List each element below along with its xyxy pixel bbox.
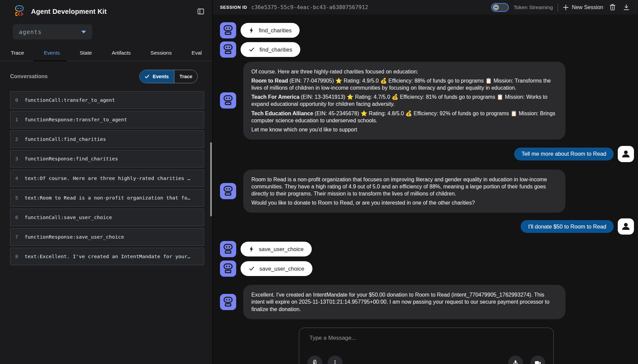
agent-message-bubble: Of course. Here are three highly-rated c… [243, 62, 565, 140]
agent-select-dropdown[interactable]: agents [13, 24, 92, 39]
video-camera-icon [534, 359, 542, 364]
event-index: 0 [15, 97, 21, 103]
message-paragraph: Of course. Here are three highly-rated c… [251, 68, 557, 75]
token-streaming-label: Token Streaming [514, 4, 553, 10]
tab-eval[interactable]: Eval [191, 47, 202, 59]
chevron-down-icon [81, 31, 86, 33]
charity-item: Room to Read (EIN: 77-0479905) ⭐ Rating:… [251, 77, 557, 91]
conversation-area: find_charities find_charities [213, 14, 638, 364]
tab-bar: Trace Events State Artifacts Sessions Ev… [0, 45, 213, 61]
message-paragraph: Excellent. I've created an IntentMandate… [251, 291, 557, 312]
event-index: 1 [15, 117, 21, 122]
app-title: Agent Development Kit [31, 8, 107, 16]
agent-select-value: agents [19, 29, 41, 35]
download-icon [622, 3, 630, 11]
agent-avatar [220, 92, 236, 109]
event-list-item[interactable]: 0functionCall:transfer_to_agent [10, 91, 204, 109]
header-divider [558, 3, 558, 11]
delete-session-button[interactable] [608, 3, 617, 12]
attach-file-button[interactable] [307, 356, 322, 364]
check-icon [249, 47, 255, 53]
toggle-trace-option[interactable]: Trace [174, 70, 197, 83]
token-streaming-toggle[interactable] [491, 3, 509, 12]
tab-sessions[interactable]: Sessions [150, 47, 172, 59]
tool-response-label: find_charities [259, 47, 292, 53]
tool-call-chip[interactable]: save_user_choice [241, 242, 312, 256]
sidebar: Agent Development Kit agents Trace Event… [0, 0, 213, 364]
tab-trace[interactable]: Trace [10, 47, 25, 59]
tool-response-chip[interactable]: save_user_choice [241, 261, 312, 276]
message-paragraph: Would you like to donate to Room to Read… [251, 199, 557, 206]
event-index: 6 [15, 215, 21, 220]
agent-message-row: Of course. Here are three highly-rated c… [220, 62, 634, 140]
minus-icon [495, 7, 498, 8]
event-label: functionResponse:transfer_to_agent [25, 117, 127, 122]
event-index: 2 [15, 136, 21, 142]
event-label: text:Room to Read is a non-profit organi… [25, 195, 190, 201]
toggle-events-option[interactable]: Events [140, 70, 174, 83]
event-label: functionCall:save_user_choice [25, 215, 112, 220]
user-message-row: I'll donate $50 to Room to Read [220, 218, 634, 235]
message-composer [299, 328, 554, 364]
event-index: 3 [15, 156, 21, 161]
agent-tool-call-row: find_charities [220, 22, 634, 38]
event-label: functionCall:transfer_to_agent [25, 97, 115, 103]
event-list-item[interactable]: 6functionCall:save_user_choice [10, 209, 204, 226]
event-label: text:Excellent. I've created an IntentMa… [25, 254, 190, 259]
paperclip-icon [311, 359, 318, 364]
charity-item: Teach For America (EIN: 13-3541913) ⭐ Ra… [251, 93, 557, 108]
user-avatar [618, 218, 634, 235]
message-paragraph: Room to Read is a non-profit organizatio… [251, 176, 557, 197]
session-id-label: SESSION ID [220, 5, 247, 10]
video-camera-button[interactable] [530, 356, 545, 364]
agent-avatar [220, 22, 236, 38]
lightning-icon [249, 246, 254, 252]
event-label: functionResponse:save_user_choice [25, 234, 124, 240]
microphone-icon [512, 359, 519, 364]
event-index: 8 [15, 254, 21, 259]
sidebar-header: Agent Development Kit [13, 4, 206, 19]
event-list-item[interactable]: 3functionResponse:find_charities [10, 150, 204, 168]
more-options-button[interactable] [328, 356, 342, 364]
tab-state[interactable]: State [79, 47, 92, 59]
tab-events[interactable]: Events [43, 47, 60, 59]
agent-avatar [220, 183, 236, 199]
export-session-button[interactable] [622, 3, 631, 12]
event-list: 0functionCall:transfer_to_agent 1functio… [10, 91, 204, 267]
scrollbar-thumb[interactable] [210, 142, 212, 216]
event-list-item[interactable]: 2functionCall:find_charities [10, 130, 204, 148]
microphone-button[interactable] [508, 356, 523, 364]
collapse-panel-button[interactable] [195, 6, 206, 17]
event-list-item[interactable]: 1functionResponse:transfer_to_agent [10, 111, 204, 128]
tab-artifacts[interactable]: Artifacts [111, 47, 131, 59]
tool-response-label: save_user_choice [259, 266, 304, 272]
events-trace-toggle: Events Trace [139, 70, 198, 83]
agent-tool-call-row: save_user_choice [220, 241, 634, 257]
more-vert-icon [332, 360, 338, 364]
event-list-item[interactable]: 5text:Room to Read is a non-profit organ… [10, 189, 204, 207]
charity-details: (EIN: 77-0479905) ⭐ Rating: 4.9/5.0 💰 Ef… [251, 78, 551, 91]
message-input[interactable] [309, 333, 498, 343]
composer-left-actions [307, 356, 342, 364]
agent-avatar [220, 241, 236, 257]
tool-call-chip[interactable]: find_charities [241, 23, 300, 38]
event-index: 7 [15, 234, 21, 240]
toggle-trace-label: Trace [179, 74, 192, 79]
composer-right-actions [508, 356, 545, 364]
new-session-button[interactable]: New Session [563, 4, 603, 10]
agent-avatar [220, 41, 236, 58]
conversations-header: Conversations Events Trace [10, 68, 198, 85]
agent-message-bubble: Room to Read is a non-profit organizatio… [243, 170, 565, 213]
agent-message-bubble: Excellent. I've created an IntentMandate… [243, 285, 565, 319]
charity-item: Tech Education Alliance (EIN: 45-2345678… [251, 110, 557, 124]
event-list-item[interactable]: 4text:Of course. Here are three highly-r… [10, 170, 204, 187]
agent-message-row: Room to Read is a non-profit organizatio… [220, 170, 634, 213]
check-icon [249, 266, 255, 272]
user-avatar [618, 146, 634, 162]
charity-name: Tech Education Alliance [251, 111, 313, 116]
plus-icon [563, 4, 569, 10]
header-actions: Token Streaming New Session [491, 3, 631, 12]
event-list-item[interactable]: 7functionResponse:save_user_choice [10, 228, 204, 246]
event-list-item[interactable]: 8text:Excellent. I've created an IntentM… [10, 248, 204, 265]
tool-response-chip[interactable]: find_charities [241, 42, 300, 57]
